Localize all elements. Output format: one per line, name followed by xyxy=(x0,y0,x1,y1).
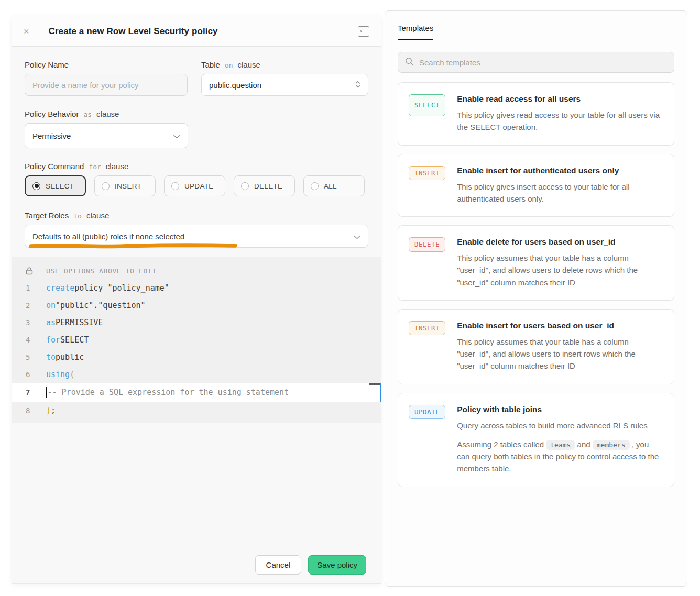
inline-code-chip: members xyxy=(593,440,630,450)
editor-line-8: 8); xyxy=(12,402,381,419)
editor-line-4: 4for SELECT xyxy=(12,331,381,348)
radio-label: UPDATE xyxy=(184,182,214,190)
description-text: This policy gives read access to your ta… xyxy=(457,111,660,131)
command-options: SELECTINSERTUPDATEDELETEALL xyxy=(25,175,368,196)
command-label: Policy Command xyxy=(25,162,84,171)
table-label: Table xyxy=(201,60,220,69)
line-number: 1 xyxy=(12,284,46,292)
editor-lines: 1create policy "policy_name"2on "public"… xyxy=(12,279,381,419)
template-card-body: Enable insert for users based on user_id… xyxy=(457,321,663,372)
table-select-value: public.question xyxy=(209,81,261,90)
description-text: Query across tables to build more advanc… xyxy=(457,421,648,430)
template-card-body: Policy with table joinsQuery across tabl… xyxy=(457,405,663,475)
template-description: This policy gives insert access to your … xyxy=(457,181,663,205)
radio-circle-icon xyxy=(102,182,110,190)
scrollbar-thumb[interactable] xyxy=(369,383,380,385)
target-roles-select[interactable]: Defaults to all (public) roles if none s… xyxy=(25,225,368,248)
command-clause-word: clause xyxy=(106,162,128,171)
search-templates-input[interactable] xyxy=(419,58,667,67)
behavior-clause-word: clause xyxy=(96,109,119,118)
template-title: Enable delete for users based on user_id xyxy=(457,237,663,247)
rls-policy-dialog: × Create a new Row Level Security policy… xyxy=(12,16,381,584)
code-token: PERMISSIVE xyxy=(56,318,103,327)
template-card-4[interactable]: INSERTEnable insert for users based on u… xyxy=(398,309,674,384)
cancel-button[interactable]: Cancel xyxy=(255,555,302,575)
editor-locked-text: USE OPTIONS ABOVE TO EDIT xyxy=(46,267,157,275)
close-icon[interactable]: × xyxy=(24,27,29,36)
tab-templates[interactable]: Templates xyxy=(398,24,433,40)
table-clause-word: clause xyxy=(238,60,260,69)
code-token: ) xyxy=(46,406,51,415)
editor-line-7[interactable]: 7-- Provide a SQL expression for the usi… xyxy=(12,383,381,402)
code-token: as xyxy=(46,318,56,327)
code-token: create xyxy=(46,283,74,293)
template-card-body: Enable insert for authenticated users on… xyxy=(457,166,663,205)
line-number: 2 xyxy=(12,301,46,310)
editor-line-2: 2on "public"."question" xyxy=(12,296,381,314)
template-search xyxy=(398,52,674,73)
description-text: and xyxy=(575,440,592,449)
template-card-1[interactable]: SELECTEnable read access for all usersTh… xyxy=(398,82,674,146)
overview-ruler xyxy=(380,383,381,402)
inline-code-chip: teams xyxy=(546,440,575,450)
header-divider xyxy=(39,25,39,38)
template-title: Enable insert for authenticated users on… xyxy=(457,166,663,175)
target-roles-label: Target Roles xyxy=(25,211,69,220)
dialog-empty-space xyxy=(12,423,381,546)
radio-label: DELETE xyxy=(254,182,282,190)
template-description: Query across tables to build more advanc… xyxy=(457,420,663,432)
save-policy-button[interactable]: Save policy xyxy=(308,555,366,575)
behavior-label: Policy Behavior xyxy=(25,109,79,118)
text-cursor xyxy=(46,387,47,398)
template-card-3[interactable]: DELETEEnable delete for users based on u… xyxy=(398,225,674,301)
code-token: policy "policy_name" xyxy=(74,283,169,293)
command-option-all[interactable]: ALL xyxy=(303,175,365,196)
radio-label: ALL xyxy=(324,182,337,190)
line-number: 3 xyxy=(12,318,46,327)
template-badge: SELECT xyxy=(409,94,445,116)
command-option-update[interactable]: UPDATE xyxy=(164,175,225,196)
updown-chevron-icon xyxy=(355,80,360,90)
policy-name-input[interactable] xyxy=(25,74,188,96)
code-token: ; xyxy=(51,406,56,415)
code-token: ( xyxy=(70,370,74,379)
table-clause-key: on xyxy=(225,61,233,69)
chevron-down-icon xyxy=(354,232,360,241)
description-text: This policy assumes that your table has … xyxy=(457,337,636,371)
chevron-down-icon xyxy=(173,131,180,140)
line-number: 5 xyxy=(12,353,46,361)
command-option-insert[interactable]: INSERT xyxy=(94,175,156,196)
templates-panel: Templates SELECTEnable read access for a… xyxy=(385,10,687,587)
description-text: Assuming 2 tables called xyxy=(457,440,546,449)
template-badge: INSERT xyxy=(409,321,445,336)
code-token: using xyxy=(46,370,70,379)
template-card-body: Enable read access for all usersThis pol… xyxy=(457,94,663,134)
template-card-2[interactable]: INSERTEnable insert for authenticated us… xyxy=(398,154,674,217)
command-option-select[interactable]: SELECT xyxy=(25,175,86,196)
target-roles-select-value: Defaults to all (public) roles if none s… xyxy=(32,232,184,241)
behavior-select[interactable]: Permissive xyxy=(25,123,188,148)
radio-label: SELECT xyxy=(46,182,74,190)
code-token: SELECT xyxy=(60,335,89,345)
code-token: for xyxy=(46,335,60,345)
code-token: -- Provide a SQL expression for the usin… xyxy=(48,388,289,397)
line-number: 4 xyxy=(12,336,46,344)
target-roles-clause-word: clause xyxy=(86,211,109,220)
collapse-panel-icon[interactable]: › xyxy=(358,26,369,37)
template-badge: DELETE xyxy=(409,237,445,252)
command-clause-key: for xyxy=(89,163,101,171)
dialog-header: × Create a new Row Level Security policy… xyxy=(12,16,381,47)
command-option-delete[interactable]: DELETE xyxy=(234,175,295,196)
dialog-title: Create a new Row Level Security policy xyxy=(49,26,218,37)
line-number: 8 xyxy=(12,406,46,415)
code-token: "public"."question" xyxy=(56,301,146,310)
description-text: This policy gives insert access to your … xyxy=(457,182,629,203)
template-list: SELECTEnable read access for all usersTh… xyxy=(385,78,687,501)
table-select[interactable]: public.question xyxy=(201,74,368,96)
template-card-5[interactable]: UPDATEPolicy with table joinsQuery acros… xyxy=(398,393,674,487)
editor-line-5: 5to public xyxy=(12,348,381,366)
dialog-footer: Cancel Save policy xyxy=(12,546,381,583)
template-title: Enable insert for users based on user_id xyxy=(457,321,663,330)
radio-circle-icon xyxy=(311,182,319,190)
policy-form: Policy Name Table on clause public.quest… xyxy=(12,47,381,257)
